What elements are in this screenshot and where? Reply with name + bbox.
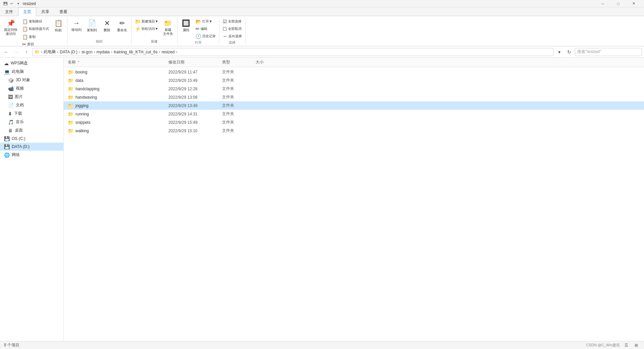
new-folder-button[interactable]: 📁 新建文件夹 <box>161 18 175 37</box>
sidebar-item-os-c[interactable]: 💾 OS (C:) <box>0 135 63 143</box>
refresh-button[interactable]: ↻ <box>565 48 574 56</box>
pictures-icon: 🖼 <box>8 94 13 100</box>
os-c-icon: 💾 <box>4 136 10 141</box>
copy-button[interactable]: 📋 复制 <box>21 34 37 40</box>
select-label: 选择 <box>229 40 235 45</box>
forward-button[interactable]: → <box>12 48 21 56</box>
select-none-icon: ☐ <box>223 26 227 32</box>
file-row[interactable]: 📁 data 2022/9/29 15:49 文件夹 <box>64 76 644 85</box>
file-row[interactable]: 📁 snippets 2022/9/29 15:49 文件夹 <box>64 118 644 127</box>
up-button[interactable]: ↑ <box>22 48 31 56</box>
grid-view-button[interactable]: ⊞ <box>633 342 640 349</box>
organize-label: 组织 <box>96 39 103 44</box>
minimize-button[interactable]: ─ <box>595 0 610 7</box>
file-date-handclapping: 2022/9/29 12:28 <box>168 87 222 91</box>
search-box[interactable]: 搜索"resized" <box>575 48 642 56</box>
tab-view[interactable]: 查看 <box>54 7 72 16</box>
paste-button[interactable]: 📋 粘贴 <box>52 18 65 34</box>
file-row[interactable]: 📁 walking 2022/9/29 15:10 文件夹 <box>64 127 644 135</box>
file-row[interactable]: 📁 handwaving 2022/9/29 13:08 文件夹 <box>64 93 644 101</box>
sidebar-item-network[interactable]: 🌐 网络 <box>0 151 63 159</box>
tab-home[interactable]: 主页 <box>18 7 36 16</box>
select-group-content: ☑ 全部选择 ☐ 全部取消 ↔ 反向选择 <box>221 18 243 40</box>
open-button[interactable]: 📂 打开▼ <box>194 18 217 25</box>
edit-button[interactable]: ✏ 编辑 <box>194 26 217 32</box>
sidebar-item-desktop[interactable]: 🖥 桌面 <box>0 126 63 135</box>
sidebar-item-downloads[interactable]: ⬇ 下载 <box>0 109 63 118</box>
title-bar: 💾 ↩ ▾ resized ─ □ ✕ <box>0 0 644 7</box>
easy-access-button[interactable]: ⚡ 轻松访问▼ <box>133 26 160 32</box>
tab-file[interactable]: 文件 <box>0 7 18 16</box>
sidebar-item-pictures[interactable]: 🖼 图片 <box>0 93 63 101</box>
breadcrumb-bar[interactable]: 📁 › 此电脑 › DATA (D:) › st-gcn › mydata › … <box>32 48 553 56</box>
sidebar-item-3d-objects[interactable]: 🎲 3D 对象 <box>0 76 63 84</box>
file-row[interactable]: 📁 boxing 2022/9/29 11:47 文件夹 <box>64 68 644 76</box>
clipboard-group: 📌 固定到快速访问 📋 复制路径 📋 粘贴快捷方式 📋 复制 <box>0 17 67 45</box>
close-button[interactable]: ✕ <box>626 0 641 7</box>
list-view-button[interactable]: ☰ <box>623 342 630 349</box>
file-row[interactable]: 📁 handclapping 2022/9/29 12:28 文件夹 <box>64 85 644 93</box>
ribbon-toolbar: 📌 固定到快速访问 📋 复制路径 📋 粘贴快捷方式 📋 复制 <box>0 16 644 46</box>
file-type-running: 文件夹 <box>222 111 256 117</box>
file-name-walking: 📁 walking <box>68 128 168 134</box>
history-button[interactable]: 🕐 历史记录 <box>194 33 217 40</box>
delete-button[interactable]: ✕ 删除 <box>100 18 114 34</box>
sidebar-item-music[interactable]: 🎵 音乐 <box>0 118 63 126</box>
back-button[interactable]: ← <box>2 48 11 56</box>
file-name-boxing: 📁 boxing <box>68 69 168 75</box>
col-header-name[interactable]: 名称 ⌃ <box>68 58 168 66</box>
breadcrumb-mydata[interactable]: mydata <box>97 50 110 54</box>
select-group: ☑ 全部选择 ☐ 全部取消 ↔ 反向选择 选择 <box>219 17 246 45</box>
file-type-handwaving: 文件夹 <box>222 94 256 100</box>
quick-access-toolbar-icon2[interactable]: ↩ <box>9 1 14 6</box>
select-all-button[interactable]: ☑ 全部选择 <box>221 18 243 25</box>
folder-icon: 📁 <box>68 69 73 75</box>
quick-access-toolbar-icon1[interactable]: 💾 <box>3 1 8 6</box>
breadcrumb-training-lib[interactable]: training_lib_KTH_cut_6s <box>114 50 158 54</box>
main-content: ☁ WPS网盘 💻 此电脑 🎲 3D 对象 📹 视频 🖼 图片 📄 文档 ⬇ 下… <box>0 58 644 341</box>
pin-access-button[interactable]: 📌 固定到快速访问 <box>2 18 19 37</box>
edit-icon: ✏ <box>196 26 200 32</box>
breadcrumb-data-d[interactable]: DATA (D:) <box>60 50 77 54</box>
sidebar-item-this-pc[interactable]: 💻 此电脑 <box>0 67 63 76</box>
file-name-running: 📁 running <box>68 111 168 117</box>
breadcrumb-dropdown-button[interactable]: ▾ <box>555 48 564 56</box>
open-group-content: 🔲 属性 📂 打开▼ ✏ 编辑 🕐 历史记录 <box>179 18 217 40</box>
folder-icon: 📁 <box>68 128 73 134</box>
file-row[interactable]: 📁 running 2022/9/29 14:31 文件夹 <box>64 110 644 118</box>
select-none-button[interactable]: ☐ 全部取消 <box>221 26 243 32</box>
network-icon: 🌐 <box>4 152 10 158</box>
file-date-data: 2022/9/29 15:49 <box>168 78 222 83</box>
title-bar-icons: 💾 ↩ ▾ <box>3 1 21 6</box>
file-name-handwaving: 📁 handwaving <box>68 95 168 100</box>
sidebar-item-data-d[interactable]: 💾 DATA (D:) <box>0 143 63 151</box>
sidebar-item-wps-cloud[interactable]: ☁ WPS网盘 <box>0 59 63 67</box>
file-type-boxing: 文件夹 <box>222 69 256 75</box>
copy-path-button[interactable]: 📋 复制路径 <box>21 18 50 25</box>
col-header-date[interactable]: 修改日期 <box>168 58 222 66</box>
paste-shortcut-button[interactable]: 📋 粘贴快捷方式 <box>21 26 50 32</box>
sidebar-item-videos[interactable]: 📹 视频 <box>0 84 63 93</box>
rename-button[interactable]: ✏ 重命名 <box>115 18 129 34</box>
copy-to-button[interactable]: 📄 复制到 <box>85 18 99 34</box>
copy-path-icon: 📋 <box>22 19 28 24</box>
breadcrumb-st-gcn[interactable]: st-gcn <box>82 50 93 54</box>
sidebar-item-documents[interactable]: 📄 文档 <box>0 101 63 109</box>
invert-selection-button[interactable]: ↔ 反向选择 <box>221 33 243 40</box>
organize-group-content: → 移动到 📄 复制到 ✕ 删除 ✏ 重命名 <box>69 18 129 39</box>
breadcrumb-this-pc[interactable]: 此电脑 <box>44 49 56 55</box>
col-header-type[interactable]: 类型 <box>222 58 256 66</box>
maximize-button[interactable]: □ <box>610 0 626 7</box>
move-to-button[interactable]: → 移动到 <box>69 18 84 33</box>
tab-share[interactable]: 共享 <box>36 7 54 16</box>
properties-button[interactable]: 🔲 属性 <box>179 18 193 34</box>
col-header-size[interactable]: 大小 <box>256 58 289 66</box>
new-item-button[interactable]: 📁 新建项目▼ <box>133 18 160 25</box>
open-label: 打开 <box>195 40 202 45</box>
open-icon: 📂 <box>196 19 201 24</box>
quick-access-toolbar-dropdown[interactable]: ▾ <box>15 1 21 6</box>
file-row-selected[interactable]: 📁 jogging 2022/9/29 13:49 文件夹 <box>64 101 644 110</box>
easy-access-icon: ⚡ <box>135 26 141 32</box>
folder-icon: 📁 <box>68 103 73 108</box>
breadcrumb-resized[interactable]: resized <box>162 50 175 54</box>
